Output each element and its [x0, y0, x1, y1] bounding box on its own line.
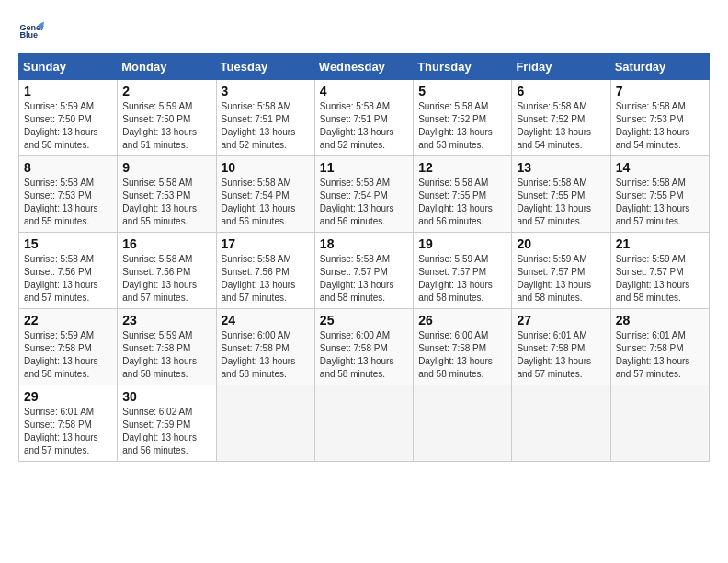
day-info: Sunrise: 5:58 AM Sunset: 7:55 PM Dayligh…	[517, 177, 605, 228]
calendar-cell: 2Sunrise: 5:59 AM Sunset: 7:50 PM Daylig…	[118, 80, 216, 156]
day-number: 22	[24, 313, 112, 327]
day-number: 12	[418, 160, 506, 175]
day-info: Sunrise: 5:59 AM Sunset: 7:58 PM Dayligh…	[24, 329, 112, 381]
calendar-cell	[610, 385, 709, 462]
calendar-cell: 30Sunrise: 6:02 AM Sunset: 7:59 PM Dayli…	[118, 385, 216, 462]
day-number: 17	[222, 236, 310, 251]
svg-text:Blue: Blue	[19, 30, 38, 40]
logo: General Blue	[18, 18, 44, 44]
day-info: Sunrise: 5:58 AM Sunset: 7:51 PM Dayligh…	[320, 100, 408, 152]
day-info: Sunrise: 5:59 AM Sunset: 7:57 PM Dayligh…	[616, 253, 704, 304]
day-number: 13	[517, 160, 605, 175]
day-info: Sunrise: 6:02 AM Sunset: 7:59 PM Dayligh…	[122, 406, 210, 457]
calendar-cell: 9Sunrise: 5:58 AM Sunset: 7:53 PM Daylig…	[118, 156, 216, 233]
calendar-cell: 13Sunrise: 5:58 AM Sunset: 7:55 PM Dayli…	[512, 156, 610, 233]
calendar-cell: 8Sunrise: 5:58 AM Sunset: 7:53 PM Daylig…	[19, 156, 118, 233]
day-number: 16	[122, 236, 210, 251]
day-number: 14	[616, 160, 704, 175]
day-info: Sunrise: 5:59 AM Sunset: 7:58 PM Dayligh…	[122, 329, 210, 381]
calendar-cell: 7Sunrise: 5:58 AM Sunset: 7:53 PM Daylig…	[610, 80, 709, 156]
day-info: Sunrise: 6:00 AM Sunset: 7:58 PM Dayligh…	[320, 329, 408, 381]
page-header: General Blue	[18, 18, 710, 44]
calendar-cell: 6Sunrise: 5:58 AM Sunset: 7:52 PM Daylig…	[512, 80, 610, 156]
day-number: 1	[24, 84, 112, 98]
day-number: 2	[122, 84, 210, 98]
calendar-cell: 27Sunrise: 6:01 AM Sunset: 7:58 PM Dayli…	[512, 309, 610, 385]
day-number: 26	[418, 313, 506, 327]
calendar-cell	[216, 385, 314, 462]
day-info: Sunrise: 6:01 AM Sunset: 7:58 PM Dayligh…	[24, 406, 112, 457]
day-number: 29	[24, 389, 112, 404]
day-info: Sunrise: 5:58 AM Sunset: 7:55 PM Dayligh…	[418, 177, 506, 228]
weekday-header-saturday: Saturday	[610, 54, 709, 80]
calendar-cell: 18Sunrise: 5:58 AM Sunset: 7:57 PM Dayli…	[314, 233, 413, 309]
calendar-cell: 26Sunrise: 6:00 AM Sunset: 7:58 PM Dayli…	[414, 309, 512, 385]
calendar-cell: 11Sunrise: 5:58 AM Sunset: 7:54 PM Dayli…	[314, 156, 413, 233]
calendar-cell	[414, 385, 512, 462]
day-number: 21	[616, 236, 704, 251]
day-number: 23	[122, 313, 210, 327]
calendar-cell: 14Sunrise: 5:58 AM Sunset: 7:55 PM Dayli…	[610, 156, 709, 233]
day-info: Sunrise: 5:58 AM Sunset: 7:52 PM Dayligh…	[418, 100, 506, 152]
day-info: Sunrise: 5:58 AM Sunset: 7:56 PM Dayligh…	[222, 253, 310, 304]
day-number: 30	[122, 389, 210, 404]
day-number: 7	[616, 84, 704, 98]
day-number: 11	[320, 160, 408, 175]
calendar-cell: 28Sunrise: 6:01 AM Sunset: 7:58 PM Dayli…	[610, 309, 709, 385]
calendar-week-row: 29Sunrise: 6:01 AM Sunset: 7:58 PM Dayli…	[19, 385, 710, 462]
day-number: 20	[517, 236, 605, 251]
calendar-table: SundayMondayTuesdayWednesdayThursdayFrid…	[18, 53, 710, 462]
calendar-week-row: 1Sunrise: 5:59 AM Sunset: 7:50 PM Daylig…	[19, 80, 710, 156]
day-info: Sunrise: 5:58 AM Sunset: 7:54 PM Dayligh…	[320, 177, 408, 228]
calendar-cell: 17Sunrise: 5:58 AM Sunset: 7:56 PM Dayli…	[216, 233, 314, 309]
day-info: Sunrise: 5:58 AM Sunset: 7:56 PM Dayligh…	[24, 253, 112, 304]
calendar-cell	[512, 385, 610, 462]
calendar-week-row: 15Sunrise: 5:58 AM Sunset: 7:56 PM Dayli…	[19, 233, 710, 309]
day-info: Sunrise: 5:59 AM Sunset: 7:57 PM Dayligh…	[418, 253, 506, 304]
day-info: Sunrise: 5:59 AM Sunset: 7:57 PM Dayligh…	[517, 253, 605, 304]
day-number: 6	[517, 84, 605, 98]
weekday-header-row: SundayMondayTuesdayWednesdayThursdayFrid…	[19, 54, 710, 80]
day-info: Sunrise: 5:58 AM Sunset: 7:54 PM Dayligh…	[222, 177, 310, 228]
calendar-cell: 4Sunrise: 5:58 AM Sunset: 7:51 PM Daylig…	[314, 80, 413, 156]
day-info: Sunrise: 6:00 AM Sunset: 7:58 PM Dayligh…	[222, 329, 310, 381]
calendar-cell: 16Sunrise: 5:58 AM Sunset: 7:56 PM Dayli…	[118, 233, 216, 309]
day-info: Sunrise: 5:59 AM Sunset: 7:50 PM Dayligh…	[122, 100, 210, 152]
day-number: 10	[222, 160, 310, 175]
calendar-cell: 29Sunrise: 6:01 AM Sunset: 7:58 PM Dayli…	[19, 385, 118, 462]
day-number: 18	[320, 236, 408, 251]
day-number: 8	[24, 160, 112, 175]
calendar-cell: 1Sunrise: 5:59 AM Sunset: 7:50 PM Daylig…	[19, 80, 118, 156]
calendar-cell: 21Sunrise: 5:59 AM Sunset: 7:57 PM Dayli…	[610, 233, 709, 309]
calendar-cell: 23Sunrise: 5:59 AM Sunset: 7:58 PM Dayli…	[118, 309, 216, 385]
day-info: Sunrise: 5:58 AM Sunset: 7:56 PM Dayligh…	[122, 253, 210, 304]
weekday-header-sunday: Sunday	[19, 54, 118, 80]
calendar-cell: 19Sunrise: 5:59 AM Sunset: 7:57 PM Dayli…	[414, 233, 512, 309]
day-number: 4	[320, 84, 408, 98]
calendar-cell	[314, 385, 413, 462]
day-number: 15	[24, 236, 112, 251]
calendar-cell: 25Sunrise: 6:00 AM Sunset: 7:58 PM Dayli…	[314, 309, 413, 385]
day-info: Sunrise: 5:58 AM Sunset: 7:52 PM Dayligh…	[517, 100, 605, 152]
day-info: Sunrise: 5:58 AM Sunset: 7:53 PM Dayligh…	[24, 177, 112, 228]
day-number: 19	[418, 236, 506, 251]
calendar-week-row: 22Sunrise: 5:59 AM Sunset: 7:58 PM Dayli…	[19, 309, 710, 385]
day-number: 24	[222, 313, 310, 327]
calendar-cell: 20Sunrise: 5:59 AM Sunset: 7:57 PM Dayli…	[512, 233, 610, 309]
weekday-header-wednesday: Wednesday	[314, 54, 413, 80]
weekday-header-tuesday: Tuesday	[216, 54, 314, 80]
calendar-cell: 22Sunrise: 5:59 AM Sunset: 7:58 PM Dayli…	[19, 309, 118, 385]
calendar-cell: 12Sunrise: 5:58 AM Sunset: 7:55 PM Dayli…	[414, 156, 512, 233]
day-number: 28	[616, 313, 704, 327]
day-info: Sunrise: 6:01 AM Sunset: 7:58 PM Dayligh…	[616, 329, 704, 381]
day-number: 5	[418, 84, 506, 98]
calendar-cell: 3Sunrise: 5:58 AM Sunset: 7:51 PM Daylig…	[216, 80, 314, 156]
calendar-cell: 5Sunrise: 5:58 AM Sunset: 7:52 PM Daylig…	[414, 80, 512, 156]
weekday-header-monday: Monday	[118, 54, 216, 80]
calendar-cell: 15Sunrise: 5:58 AM Sunset: 7:56 PM Dayli…	[19, 233, 118, 309]
calendar-cell: 24Sunrise: 6:00 AM Sunset: 7:58 PM Dayli…	[216, 309, 314, 385]
calendar-cell: 10Sunrise: 5:58 AM Sunset: 7:54 PM Dayli…	[216, 156, 314, 233]
day-info: Sunrise: 5:58 AM Sunset: 7:57 PM Dayligh…	[320, 253, 408, 304]
day-info: Sunrise: 5:58 AM Sunset: 7:53 PM Dayligh…	[122, 177, 210, 228]
logo-icon: General Blue	[18, 18, 44, 44]
